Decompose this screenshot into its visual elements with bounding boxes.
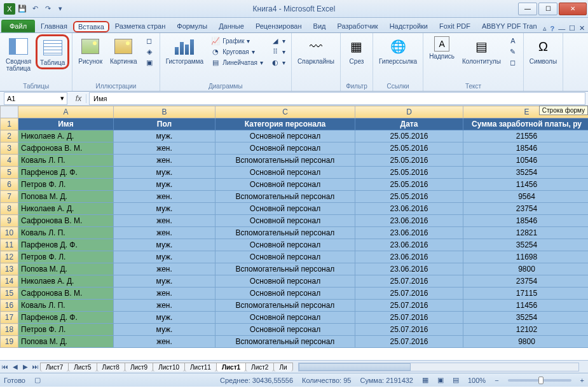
cell[interactable]: 23.06.2016 xyxy=(355,227,463,239)
help-icon[interactable]: ? xyxy=(550,25,555,32)
column-header[interactable]: A xyxy=(18,106,114,118)
zoom-slider[interactable] xyxy=(508,379,571,382)
cell[interactable]: Сафронова В. М. xyxy=(18,215,114,227)
cell[interactable]: Коваль Л. П. xyxy=(18,300,114,312)
cell[interactable]: Основной персонал xyxy=(215,312,355,324)
clipart-button[interactable]: Картинка xyxy=(107,34,140,67)
cell[interactable]: Николаев А. Д. xyxy=(18,203,114,215)
row-header[interactable]: 4 xyxy=(1,155,18,167)
tab-page-layout[interactable]: Разметка стран xyxy=(109,20,171,32)
other-chart-button[interactable]: ◐▾ xyxy=(269,57,287,67)
cell[interactable]: Попова М. Д. xyxy=(18,191,114,203)
tab-data[interactable]: Данные xyxy=(213,20,250,32)
minimize-button[interactable]: — xyxy=(518,3,537,15)
cell[interactable]: Основной персонал xyxy=(215,324,355,336)
cell[interactable]: 10546 xyxy=(463,155,589,167)
cell[interactable]: жен. xyxy=(114,227,215,239)
cell[interactable]: 12821 xyxy=(463,227,589,239)
cell[interactable]: Петров Ф. Л. xyxy=(18,251,114,263)
cell[interactable]: Основной персонал xyxy=(215,167,355,179)
row-header[interactable]: 18 xyxy=(1,324,18,336)
tab-insert[interactable]: Вставка xyxy=(73,21,109,32)
tab-developer[interactable]: Разработчик xyxy=(331,20,383,32)
cell[interactable]: Вспомогательный персонал xyxy=(215,300,355,312)
cell[interactable]: Попова М. Д. xyxy=(18,263,114,275)
cell[interactable]: муж. xyxy=(114,179,215,191)
cell[interactable]: Вспомогательный персонал xyxy=(215,155,355,167)
cell[interactable]: 35254 xyxy=(463,312,589,324)
cell[interactable]: 25.07.2016 xyxy=(355,275,463,288)
cell[interactable]: муж. xyxy=(114,239,215,251)
sheet-nav-last[interactable]: ⏭ xyxy=(31,363,41,370)
cell[interactable]: Николаев А. Д. xyxy=(18,130,114,142)
shapes-button[interactable]: ◻ xyxy=(143,36,156,46)
cell[interactable]: 11456 xyxy=(463,300,589,312)
table-header-cell[interactable]: Категория персонала xyxy=(215,118,355,130)
cell[interactable]: 18546 xyxy=(463,142,589,155)
cell[interactable]: Основной персонал xyxy=(215,215,355,227)
cell[interactable]: муж. xyxy=(114,324,215,336)
doc-min-icon[interactable]: — xyxy=(558,25,565,32)
cell[interactable]: 9800 xyxy=(463,336,589,348)
macro-record-icon[interactable]: ▢ xyxy=(34,376,41,384)
cell[interactable]: муж. xyxy=(114,130,215,142)
cell[interactable]: Сафронова В. М. xyxy=(18,142,114,155)
cell[interactable]: Основной персонал xyxy=(215,130,355,142)
view-pagebreak-icon[interactable]: ▤ xyxy=(453,376,459,384)
tab-formulas[interactable]: Формулы xyxy=(171,20,213,32)
cell[interactable]: 25.05.2016 xyxy=(355,142,463,155)
tab-foxit[interactable]: Foxit PDF xyxy=(434,20,476,32)
slicer-button[interactable]: ▦ Срез xyxy=(343,34,370,67)
row-header[interactable]: 8 xyxy=(1,203,18,215)
sheet-tab[interactable]: Лист10 xyxy=(153,363,185,371)
table-header-cell[interactable]: Пол xyxy=(114,118,215,130)
cell[interactable]: жен. xyxy=(114,288,215,300)
textbox-button[interactable]: A Надпись xyxy=(426,34,458,62)
doc-close-icon[interactable]: ✕ xyxy=(579,24,585,32)
cell[interactable]: Основной персонал xyxy=(215,203,355,215)
scrollbar-thumb[interactable] xyxy=(299,363,411,371)
hyperlink-button[interactable]: 🌐 Гиперссылка xyxy=(376,34,420,67)
row-header[interactable]: 13 xyxy=(1,263,18,275)
sheet-tab[interactable]: Лист1 xyxy=(216,363,246,371)
doc-max-icon[interactable]: ☐ xyxy=(569,24,575,32)
cell[interactable]: жен. xyxy=(114,142,215,155)
row-header[interactable]: 14 xyxy=(1,275,18,288)
cell[interactable]: 25.05.2016 xyxy=(355,130,463,142)
excel-icon[interactable]: X xyxy=(4,3,15,15)
line-chart-button[interactable]: 📈График ▾ xyxy=(209,36,265,46)
sheet-tab[interactable]: Лист9 xyxy=(125,363,153,371)
cell[interactable]: 11698 xyxy=(463,251,589,263)
cell[interactable]: 25.07.2016 xyxy=(355,288,463,300)
worksheet-grid[interactable]: ABCDE1ИмяПолКатегория персоналаДатаСумма… xyxy=(0,106,588,360)
sheet-nav-next[interactable]: ▶ xyxy=(20,363,31,370)
view-layout-icon[interactable]: ▣ xyxy=(437,376,444,384)
cell[interactable]: жен. xyxy=(114,191,215,203)
cell[interactable]: 18546 xyxy=(463,215,589,227)
row-header[interactable]: 15 xyxy=(1,288,18,300)
cell[interactable]: 25.07.2016 xyxy=(355,336,463,348)
table-header-cell[interactable]: Дата xyxy=(355,118,463,130)
cell[interactable]: 17115 xyxy=(463,288,589,300)
sheet-tab[interactable]: Лист2 xyxy=(245,363,274,371)
sheet-tab[interactable]: Лист5 xyxy=(68,363,97,371)
cell[interactable]: Николаев А. Д. xyxy=(18,275,114,288)
tab-file[interactable]: Файл xyxy=(1,20,35,32)
zoom-out-icon[interactable]: − xyxy=(495,377,498,384)
cell[interactable]: муж. xyxy=(114,167,215,179)
cell[interactable]: 21556 xyxy=(463,130,589,142)
cell[interactable]: Парфенов Д. Ф. xyxy=(18,239,114,251)
cell[interactable]: Коваль Л. П. xyxy=(18,155,114,167)
cell[interactable]: Основной персонал xyxy=(215,179,355,191)
horizontal-scrollbar[interactable] xyxy=(298,363,579,371)
cell[interactable]: Вспомогательный персонал xyxy=(215,191,355,203)
cell[interactable]: Вспомогательный персонал xyxy=(215,336,355,348)
object-button[interactable]: ◻ xyxy=(507,57,519,67)
cell[interactable]: 9800 xyxy=(463,263,589,275)
cell[interactable]: 23754 xyxy=(463,275,589,288)
cell[interactable]: 23.06.2016 xyxy=(355,203,463,215)
cell[interactable]: 23754 xyxy=(463,203,589,215)
row-header[interactable]: 6 xyxy=(1,179,18,191)
cell[interactable]: Основной персонал xyxy=(215,239,355,251)
cell[interactable]: муж. xyxy=(114,275,215,288)
